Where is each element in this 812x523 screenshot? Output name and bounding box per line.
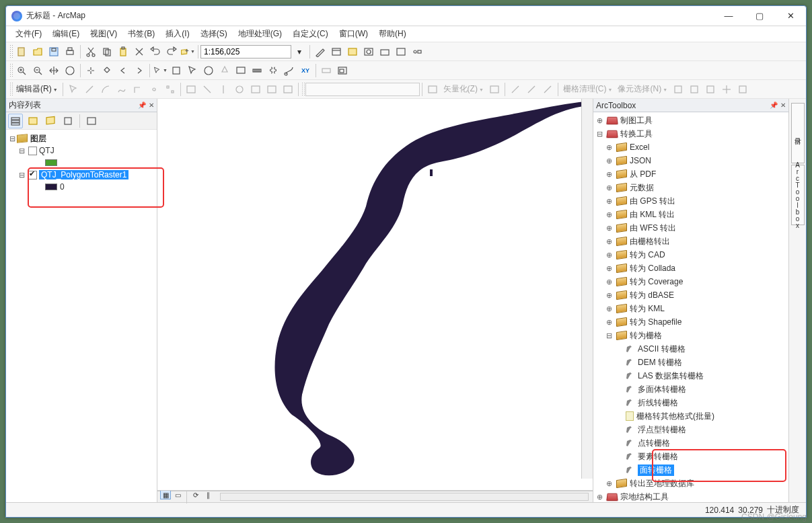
clear-selection-button[interactable] [169,63,184,78]
cut-button[interactable] [83,44,98,59]
map-canvas[interactable] [157,99,593,491]
list-by-selection[interactable] [61,114,75,128]
menu-help[interactable]: 帮助(H) [373,26,412,42]
identify-button[interactable]: i [201,63,216,78]
tool-polygon-to-raster[interactable]: 面转栅格 [638,465,674,476]
tool-multipatch[interactable]: 多面体转栅格 [638,384,686,395]
tab-arctoolbox[interactable]: ArcToolbox [791,165,805,225]
html-popup-button[interactable] [233,63,248,78]
edit-rotate[interactable] [232,82,247,97]
arctoolbox-button[interactable] [377,44,392,59]
ts-to-kml[interactable]: 转为 KML [630,303,665,315]
open-button[interactable] [30,44,45,59]
vec-b2[interactable] [508,82,523,97]
ts-to-dbase[interactable]: 转为 dBASE [630,290,674,301]
full-extent-button[interactable] [63,63,77,78]
edit-sketch[interactable] [264,82,279,97]
layer-qtj[interactable]: QTJ [39,146,54,155]
edit-cut[interactable] [200,82,215,97]
fixed-zoom-in-button[interactable] [83,63,98,78]
layer1-checkbox[interactable] [28,147,37,155]
edit-tool[interactable] [66,82,81,97]
tab-catalog[interactable]: 目录 [791,103,805,163]
editor-menu[interactable]: 编辑器(R) [13,83,61,95]
ts-from-kml[interactable]: 由 KML 转出 [630,209,675,220]
map-vscroll[interactable] [581,99,593,479]
goto-xy-button[interactable]: XY [298,63,313,78]
layer2-checkbox[interactable] [28,171,37,179]
px-b3[interactable] [703,82,718,97]
edit-attributes[interactable] [248,82,263,97]
modelbuilder-button[interactable] [410,44,425,59]
arctoolbox-close-icon[interactable]: ✕ [780,102,786,109]
map-hscroll[interactable] [220,493,589,501]
redo-button[interactable] [164,44,179,59]
tool-polyline[interactable]: 折线转栅格 [638,397,678,409]
tool-las[interactable]: LAS 数据集转栅格 [638,370,704,382]
menu-customize[interactable]: 自定义(C) [287,26,334,42]
editor-target-combo[interactable] [305,83,420,96]
print-button[interactable] [63,44,77,59]
zoom-in-button[interactable] [14,63,29,78]
georef-btn[interactable] [425,82,440,97]
edit-trace[interactable] [114,82,129,97]
refresh-button[interactable]: ⟳ [190,490,201,499]
toc-pin-icon[interactable]: 📌 [138,102,146,109]
toc-root[interactable]: 图层 [30,133,46,145]
edit-vertices[interactable] [163,82,178,97]
toc-options[interactable] [84,114,99,128]
fixed-zoom-out-button[interactable] [100,63,114,78]
toolbox-conversion[interactable]: 转换工具 [620,128,653,140]
toolbar-grip[interactable] [9,63,13,78]
menu-bookmarks[interactable]: 书签(B) [122,26,160,42]
ts-from-raster[interactable]: 由栅格转出 [630,236,670,247]
toolbar-grip[interactable] [301,82,305,97]
layer1-swatch[interactable] [45,159,57,166]
tool-dem[interactable]: DEM 转栅格 [638,357,682,368]
toc-button[interactable] [329,44,344,59]
next-extent-button[interactable] [132,63,147,78]
delete-button[interactable] [132,44,147,59]
toolbar-grip[interactable] [9,44,13,59]
edit-reshape[interactable] [184,82,198,97]
arctoolbox-pin-icon[interactable]: 📌 [770,102,778,109]
toolbar-grip[interactable] [9,82,13,97]
px-b4[interactable] [719,82,734,97]
toolbox-parcel[interactable]: 宗地结构工具 [620,491,669,503]
raster-cleanup-menu[interactable]: 栅格清理(C) [560,83,616,95]
layer-polygon-to-raster[interactable]: QTJ_PolygonToRaster1 [39,170,128,179]
copy-button[interactable] [100,44,114,59]
ts-json[interactable]: JSON [630,156,651,165]
ts-to-raster[interactable]: 转为栅格 [630,330,662,341]
ts-excel[interactable]: Excel [630,143,649,152]
vectorize-menu[interactable]: 矢量化(Z) [441,83,486,95]
scale-dropdown[interactable]: ▾ [292,44,307,59]
ts-metadata[interactable]: 元数据 [630,182,654,194]
zoom-out-button[interactable] [30,63,45,78]
scale-input[interactable] [200,45,291,58]
measure-button[interactable] [250,63,264,78]
edit-template[interactable] [281,82,295,97]
close-button[interactable]: ✕ [775,6,806,26]
px-b1[interactable] [671,82,686,97]
px-b2[interactable] [687,82,702,97]
search-window-button[interactable] [361,44,376,59]
toc-close-icon[interactable]: ✕ [149,102,154,109]
select-elements-button[interactable] [185,63,200,78]
ts-to-shp[interactable]: 转为 Shapefile [630,317,681,328]
layout-view-button[interactable]: ▭ [172,490,183,499]
viewer-window-button[interactable] [335,63,350,78]
ts-to-geodb[interactable]: 转出至地理数据库 [630,478,694,489]
vec-b1[interactable] [487,82,502,97]
ts-from-pdf[interactable]: 从 PDF [630,169,656,180]
vec-b4[interactable] [540,82,555,97]
ts-from-gps[interactable]: 由 GPS 转出 [630,196,675,207]
list-by-visibility[interactable] [43,114,58,128]
pause-draw-button[interactable]: ∥ [202,490,213,499]
menu-geoprocessing[interactable]: 地理处理(G) [233,26,287,42]
ts-to-coverage[interactable]: 转为 Coverage [630,276,683,288]
layer2-swatch[interactable] [45,184,57,190]
tool-point[interactable]: 点转栅格 [638,438,670,449]
list-by-drawing-order[interactable] [8,114,23,128]
px-b5[interactable] [735,82,750,97]
